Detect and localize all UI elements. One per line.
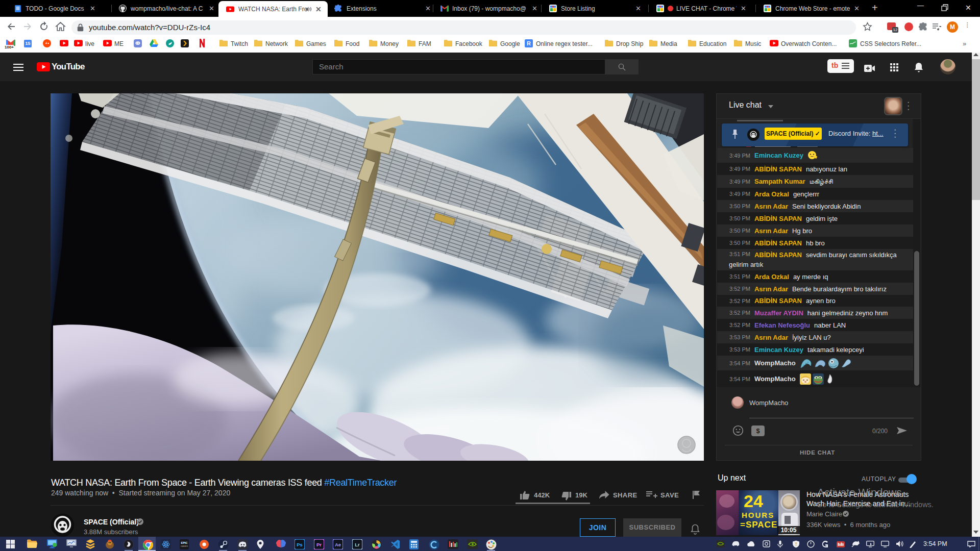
svg-text:Ps: Ps (297, 542, 303, 547)
svg-text:GAMES: GAMES (181, 545, 188, 547)
svg-text:EPIC: EPIC (181, 541, 188, 544)
svg-text:Ae: Ae (335, 542, 341, 547)
svg-text:Lr: Lr (355, 542, 360, 547)
svg-text:Pr: Pr (316, 542, 322, 547)
